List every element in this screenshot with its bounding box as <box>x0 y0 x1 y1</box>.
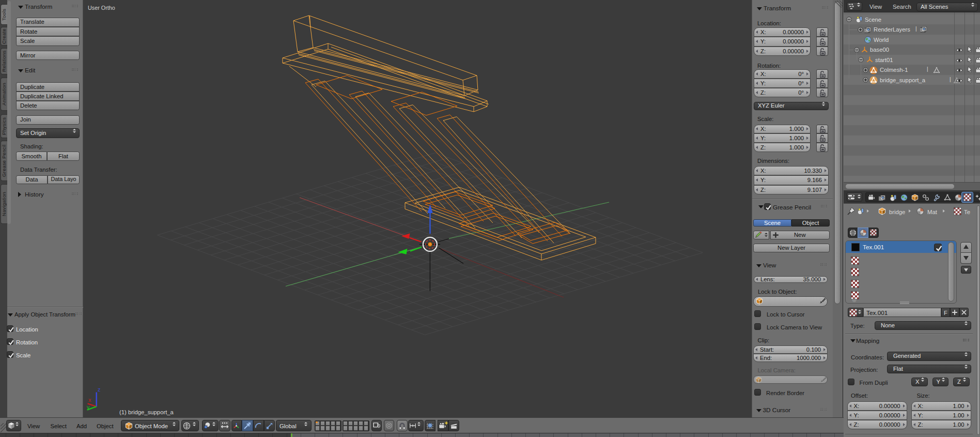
svg-text:y: y <box>87 404 90 410</box>
svg-text:z: z <box>98 386 101 393</box>
svg-text:x: x <box>88 397 91 403</box>
